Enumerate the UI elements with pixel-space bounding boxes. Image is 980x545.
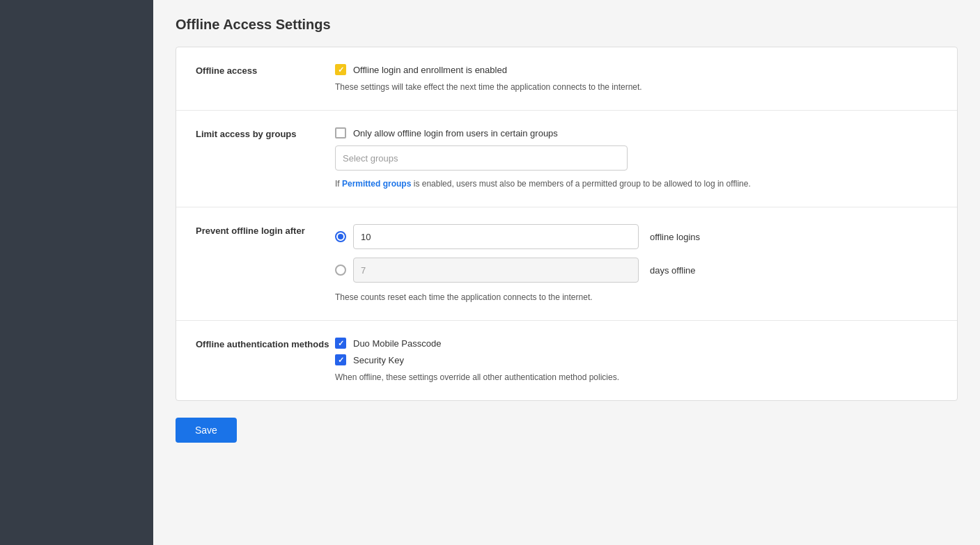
duo-passcode-label: Duo Mobile Passcode — [353, 338, 441, 349]
days-offline-suffix: days offline — [650, 265, 696, 276]
page-title: Offline Access Settings — [176, 17, 958, 33]
offline-access-content: ✓ Offline login and enrollment is enable… — [335, 64, 938, 93]
auth-methods-content: ✓ Duo Mobile Passcode ✓ Security Key Whe… — [335, 338, 938, 384]
limit-access-checkbox[interactable] — [335, 127, 346, 139]
security-key-label: Security Key — [353, 355, 404, 365]
limit-access-checkbox-label: Only allow offline login from users in c… — [353, 128, 558, 139]
save-btn-area: Save — [176, 401, 958, 443]
limit-access-label: Limit access by groups — [196, 127, 335, 139]
prevent-login-label: Prevent offline login after — [196, 224, 335, 236]
helper-post: is enabled, users must also be members o… — [411, 179, 750, 189]
offline-access-label: Offline access — [196, 64, 335, 76]
security-key-checkbox[interactable]: ✓ — [335, 354, 346, 365]
prevent-login-content: offline logins days offline These counts… — [335, 224, 938, 303]
prevent-login-section: Prevent offline login after offline logi… — [176, 207, 957, 321]
offline-access-helper: These settings will take effect the next… — [335, 81, 938, 93]
offline-access-section: Offline access ✓ Offline login and enrol… — [176, 47, 957, 111]
helper-pre: If — [335, 179, 342, 189]
auth-method2-row: ✓ Security Key — [335, 354, 938, 365]
prevent-radio1[interactable] — [335, 231, 346, 242]
prevent-radio2-row: days offline — [335, 258, 938, 283]
offline-access-checkbox-label: Offline login and enrollment is enabled — [353, 65, 507, 75]
auth-methods-helper: When offline, these settings override al… — [335, 371, 938, 384]
offline-access-checkbox-row: ✓ Offline login and enrollment is enable… — [335, 64, 938, 75]
prevent-login-helper: These counts reset each time the applica… — [335, 291, 938, 303]
prevent-radio2[interactable] — [335, 264, 346, 276]
prevent-radio1-row: offline logins — [335, 224, 938, 249]
days-offline-input[interactable] — [353, 258, 639, 283]
select-groups-placeholder: Select groups — [343, 153, 398, 164]
auth-methods-section: Offline authentication methods ✓ Duo Mob… — [176, 321, 957, 400]
save-button[interactable]: Save — [176, 418, 237, 443]
auth-method1-row: ✓ Duo Mobile Passcode — [335, 338, 938, 349]
limit-access-content: Only allow offline login from users in c… — [335, 127, 938, 190]
checkmark-icon-1: ✓ — [338, 340, 344, 347]
checkmark-icon-2: ✓ — [338, 356, 344, 364]
auth-methods-label: Offline authentication methods — [196, 338, 335, 349]
duo-passcode-checkbox[interactable]: ✓ — [335, 338, 346, 349]
offline-access-checkbox[interactable]: ✓ — [335, 64, 346, 75]
limit-access-checkbox-row: Only allow offline login from users in c… — [335, 127, 938, 139]
offline-logins-input[interactable] — [353, 224, 639, 249]
sidebar — [0, 0, 153, 545]
offline-logins-suffix: offline logins — [650, 232, 700, 242]
checkmark-icon: ✓ — [338, 66, 344, 74]
helper-bold: Permitted groups — [342, 179, 411, 189]
limit-access-section: Limit access by groups Only allow offlin… — [176, 111, 957, 207]
main-content: Offline Access Settings Offline access ✓… — [153, 0, 980, 545]
limit-access-helper: If Permitted groups is enabled, users mu… — [335, 177, 938, 190]
settings-card: Offline access ✓ Offline login and enrol… — [176, 47, 958, 401]
select-groups-input[interactable]: Select groups — [335, 145, 628, 171]
